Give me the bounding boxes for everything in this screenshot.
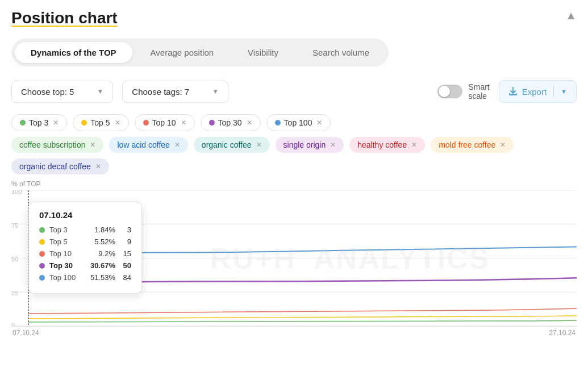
kw-tag-organic-decaf-coffee[interactable]: organic decaf coffee ✕ <box>11 158 109 174</box>
tooltip-pct: 30.67% <box>85 261 115 270</box>
tag-remove-top30[interactable]: ✕ <box>247 119 252 127</box>
tag-label-top5: Top 5 <box>90 118 110 127</box>
tab-avg-position[interactable]: Average position <box>135 42 230 63</box>
choose-top-chevron: ▼ <box>97 87 103 95</box>
tooltip-dot <box>39 227 45 233</box>
tag-remove-top3[interactable]: ✕ <box>53 119 59 127</box>
choose-top-dropdown[interactable]: Choose top: 5 ▼ <box>11 81 113 103</box>
tooltip-row-top3: Top 3 1.84% 3 <box>39 226 131 234</box>
kw-label-coffee-subscription: coffee subscription <box>19 140 85 149</box>
kw-remove-single-origin[interactable]: ✕ <box>330 141 336 149</box>
svg-text:100: 100 <box>11 190 22 195</box>
top-tag-top3[interactable]: Top 3 ✕ <box>11 114 67 131</box>
chart-wrapper: RU+H ANALYTICS 100 75 50 25 0 <box>11 190 577 327</box>
export-button[interactable]: Export ▼ <box>499 80 577 103</box>
tooltip-pct: 51.53% <box>85 273 115 282</box>
export-icon <box>508 87 518 96</box>
export-caret: ▼ <box>561 88 567 95</box>
tag-dot-top5 <box>81 120 87 126</box>
controls-row: Choose top: 5 ▼ Choose tags: 7 ▼ Smartsc… <box>11 80 577 103</box>
tooltip-dot <box>39 239 45 245</box>
export-divider <box>553 86 554 97</box>
tag-remove-top5[interactable]: ✕ <box>115 119 120 127</box>
top-tag-top5[interactable]: Top 5 ✕ <box>73 114 128 131</box>
tag-dot-top10 <box>143 120 149 126</box>
tooltip-count: 84 <box>120 273 131 282</box>
kw-label-mold-free-coffee: mold free coffee <box>439 140 495 149</box>
choose-tags-chevron: ▼ <box>212 87 219 95</box>
svg-text:25: 25 <box>11 290 18 297</box>
smart-scale-label: Smartscale <box>468 82 489 101</box>
kw-label-healthy-coffee: healthy coffee <box>357 140 407 149</box>
collapse-button[interactable]: ▲ <box>565 9 577 22</box>
top-tag-top100[interactable]: Top 100 ✕ <box>266 114 331 131</box>
tooltip-pct: 9.2% <box>85 249 115 258</box>
choose-tags-label: Choose tags: 7 <box>132 87 189 97</box>
x-axis-start: 07.10.24 <box>12 329 39 337</box>
tag-dot-top30 <box>209 120 215 126</box>
tooltip-row-top30: Top 30 30.67% 50 <box>39 261 131 270</box>
page-title: Position chart <box>11 9 577 27</box>
page-container: ▲ Position chart Dynamics of the TOP Ave… <box>0 0 588 346</box>
tabs-container: Dynamics of the TOP Average position Vis… <box>11 39 389 66</box>
tooltip-dot <box>39 263 45 269</box>
top-tag-top30[interactable]: Top 30 ✕ <box>201 114 261 131</box>
kw-remove-organic-decaf-coffee[interactable]: ✕ <box>95 162 101 170</box>
kw-tag-healthy-coffee[interactable]: healthy coffee ✕ <box>349 137 425 153</box>
kw-tag-coffee-subscription[interactable]: coffee subscription ✕ <box>11 137 103 153</box>
tooltip-pct: 5.52% <box>85 237 115 246</box>
kw-label-single-origin: single origin <box>283 140 326 149</box>
tooltip-label: Top 30 <box>49 261 80 270</box>
svg-text:75: 75 <box>11 222 18 229</box>
tag-remove-top100[interactable]: ✕ <box>316 119 322 127</box>
kw-tag-low-acid-coffee[interactable]: low acid coffee ✕ <box>109 137 187 153</box>
tooltip-label: Top 5 <box>49 237 80 246</box>
tooltip-row-top100: Top 100 51.53% 84 <box>39 273 131 282</box>
tag-dot-top100 <box>275 120 281 126</box>
tooltip-row-top5: Top 5 5.52% 9 <box>39 237 131 246</box>
choose-tags-dropdown[interactable]: Choose tags: 7 ▼ <box>122 81 228 103</box>
export-label: Export <box>522 87 547 97</box>
kw-remove-mold-free-coffee[interactable]: ✕ <box>500 141 506 149</box>
kw-tag-mold-free-coffee[interactable]: mold free coffee ✕ <box>431 137 514 153</box>
tooltip-row-top10: Top 10 9.2% 15 <box>39 249 131 258</box>
y-axis-label: % of TOP <box>11 180 577 188</box>
keyword-tags-row: coffee subscription ✕ low acid coffee ✕ … <box>11 137 577 174</box>
kw-remove-coffee-subscription[interactable]: ✕ <box>90 141 95 149</box>
tag-label-top10: Top 10 <box>152 118 176 127</box>
tag-label-top3: Top 3 <box>29 118 48 127</box>
tag-label-top100: Top 100 <box>284 118 312 127</box>
smart-scale-toggle[interactable] <box>437 85 462 98</box>
kw-tag-single-origin[interactable]: single origin ✕ <box>276 137 344 153</box>
svg-text:50: 50 <box>11 256 18 262</box>
tooltip-label: Top 3 <box>49 226 80 234</box>
x-axis: 07.10.24 27.10.24 <box>11 329 577 337</box>
kw-remove-healthy-coffee[interactable]: ✕ <box>411 141 417 149</box>
kw-label-organic-decaf-coffee: organic decaf coffee <box>19 162 91 171</box>
tooltip-count: 15 <box>120 249 131 258</box>
tooltip-dot <box>39 275 45 281</box>
tab-dynamics[interactable]: Dynamics of the TOP <box>15 42 132 63</box>
tag-label-top30: Top 30 <box>218 118 242 127</box>
kw-remove-organic-coffee[interactable]: ✕ <box>256 141 262 149</box>
tooltip-count: 3 <box>120 226 131 234</box>
chart-tooltip: 07.10.24 Top 3 1.84% 3 Top 5 5.52% 9 Top… <box>28 202 142 294</box>
choose-top-label: Choose top: 5 <box>21 87 74 97</box>
tooltip-date: 07.10.24 <box>39 210 131 220</box>
kw-tag-organic-coffee[interactable]: organic coffee ✕ <box>194 137 270 153</box>
kw-label-organic-coffee: organic coffee <box>202 140 252 149</box>
kw-remove-low-acid-coffee[interactable]: ✕ <box>174 141 180 149</box>
tooltip-pct: 1.84% <box>85 226 115 234</box>
tab-visibility[interactable]: Visibility <box>232 42 294 63</box>
tooltip-count: 50 <box>120 261 131 270</box>
top-tags-row: Top 3 ✕ Top 5 ✕ Top 10 ✕ Top 30 ✕ Top 10… <box>11 114 577 131</box>
tag-dot-top3 <box>20 120 26 126</box>
tag-remove-top10[interactable]: ✕ <box>181 119 186 127</box>
top-tag-top10[interactable]: Top 10 ✕ <box>135 114 195 131</box>
tooltip-label: Top 10 <box>49 249 80 258</box>
tooltip-label: Top 100 <box>49 273 80 282</box>
tab-search-volume[interactable]: Search volume <box>297 42 385 63</box>
svg-text:0: 0 <box>11 322 15 326</box>
x-axis-end: 27.10.24 <box>549 329 576 337</box>
smart-scale-control: Smartscale <box>437 82 489 101</box>
